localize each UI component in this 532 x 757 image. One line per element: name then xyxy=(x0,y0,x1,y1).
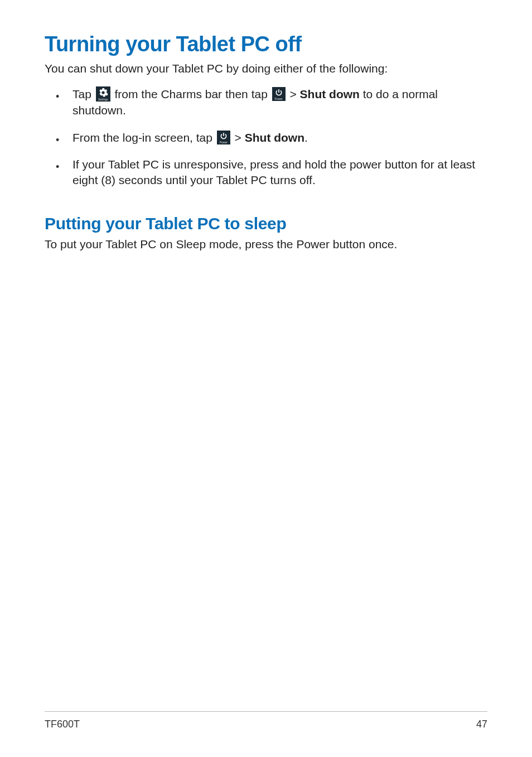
text-fragment: > xyxy=(231,131,245,144)
text-fragment: > xyxy=(287,88,300,100)
settings-icon: Settings xyxy=(96,86,110,102)
footer-page-number: 47 xyxy=(476,719,487,730)
shut-down-label: Shut down xyxy=(300,88,360,100)
page-footer: TF600T 47 xyxy=(45,711,487,730)
text-fragment: . xyxy=(304,131,308,144)
list-item: From the log-in screen, tap Power > Shut… xyxy=(56,130,487,146)
list-item: Tap Settings from the Charms bar then ta… xyxy=(56,86,487,118)
sleep-text: To put your Tablet PC on Sleep mode, pre… xyxy=(45,237,487,252)
steps-list: Tap Settings from the Charms bar then ta… xyxy=(45,86,487,188)
text-fragment: From the log-in screen, tap xyxy=(72,131,216,144)
list-item: If your Tablet PC is unresponsive, press… xyxy=(56,157,487,189)
text-fragment: Tap xyxy=(72,88,95,100)
power-icon: Power xyxy=(217,131,230,144)
shut-down-label: Shut down xyxy=(245,131,304,144)
icon-label: Power xyxy=(220,141,228,144)
page-title: Turning your Tablet PC off xyxy=(45,32,487,56)
text-fragment: from the Charms bar then tap xyxy=(112,88,271,100)
intro-text: You can shut down your Tablet PC by doin… xyxy=(45,61,487,76)
icon-label: Power xyxy=(275,98,283,100)
icon-label: Settings xyxy=(98,98,108,101)
sub-heading: Putting your Tablet PC to sleep xyxy=(45,214,487,233)
power-icon: Power xyxy=(272,87,286,101)
footer-model: TF600T xyxy=(45,719,80,730)
